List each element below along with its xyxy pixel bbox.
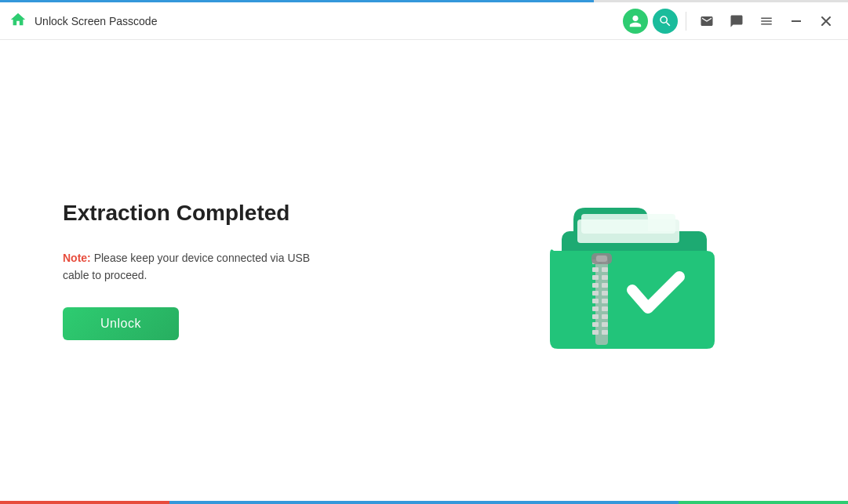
svg-rect-8 — [602, 267, 608, 272]
menu-icon[interactable] — [754, 9, 779, 34]
svg-rect-21 — [592, 322, 599, 327]
folder-illustration — [511, 176, 715, 364]
svg-rect-26 — [596, 256, 607, 262]
unlock-button[interactable]: Unlock — [63, 307, 179, 340]
bottom-bar — [0, 501, 848, 504]
minimize-button[interactable] — [784, 9, 809, 34]
mail-icon[interactable] — [694, 9, 719, 34]
svg-rect-0 — [792, 20, 801, 22]
svg-rect-24 — [602, 330, 608, 335]
svg-rect-19 — [592, 314, 599, 319]
svg-rect-3 — [581, 214, 675, 234]
titlebar: Unlock Screen Passcode — [0, 2, 848, 40]
svg-rect-13 — [592, 291, 599, 296]
svg-rect-7 — [592, 267, 599, 272]
svg-rect-9 — [592, 275, 599, 280]
svg-rect-20 — [602, 314, 608, 319]
note-label: Note: — [63, 252, 91, 264]
note-body: Please keep your device connected via US… — [63, 252, 310, 281]
close-button[interactable] — [813, 9, 839, 34]
svg-rect-16 — [602, 299, 608, 303]
extraction-title: Extraction Completed — [63, 201, 289, 226]
svg-rect-12 — [602, 283, 608, 288]
chat-icon[interactable] — [724, 9, 749, 34]
svg-rect-10 — [602, 275, 608, 280]
content-left: Extraction Completed Note: Please keep y… — [63, 201, 440, 341]
svg-rect-11 — [592, 283, 599, 288]
svg-rect-22 — [602, 322, 608, 327]
divider — [686, 12, 686, 31]
note-text: Note: Please keep your device connected … — [63, 249, 329, 285]
titlebar-title: Unlock Screen Passcode — [35, 15, 157, 27]
search-user-icon[interactable] — [653, 9, 678, 34]
user-icon[interactable] — [623, 9, 648, 34]
main-content: Extraction Completed Note: Please keep y… — [0, 40, 848, 501]
content-right — [440, 176, 786, 364]
home-icon[interactable] — [9, 11, 27, 31]
svg-rect-17 — [592, 306, 599, 311]
titlebar-left: Unlock Screen Passcode — [9, 11, 157, 31]
svg-rect-15 — [592, 299, 599, 303]
svg-rect-14 — [602, 291, 608, 296]
svg-rect-18 — [602, 306, 608, 311]
titlebar-right — [623, 9, 839, 34]
svg-rect-23 — [592, 330, 599, 335]
